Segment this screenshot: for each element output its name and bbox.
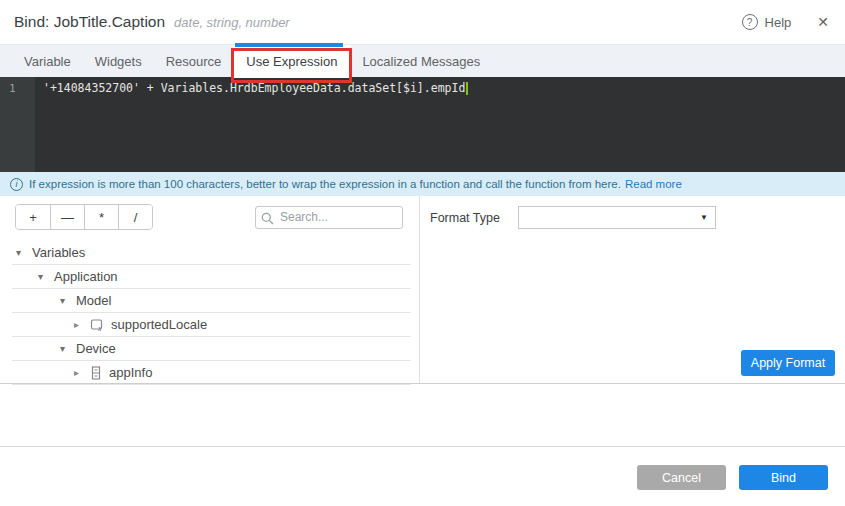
- tab-bar: Variable Widgets Resource Use Expression…: [0, 44, 845, 77]
- help-icon[interactable]: ?: [742, 14, 758, 30]
- tree-item-variables[interactable]: ▾ Variables: [12, 241, 411, 265]
- minus-operator-button[interactable]: —: [50, 205, 84, 229]
- dialog-footer: Cancel Bind: [0, 446, 845, 506]
- search-input[interactable]: [255, 206, 403, 229]
- tab-localized-messages[interactable]: Localized Messages: [350, 45, 492, 78]
- info-message: If expression is more than 100 character…: [29, 178, 621, 190]
- chevron-down-icon[interactable]: ▾: [60, 343, 76, 354]
- format-type-select[interactable]: ▼: [518, 206, 716, 229]
- chevron-down-icon[interactable]: ▾: [60, 295, 76, 306]
- help-button[interactable]: Help: [765, 15, 792, 30]
- search-box: [255, 206, 403, 229]
- empty-region: [0, 384, 845, 446]
- plus-operator-button[interactable]: +: [16, 205, 50, 229]
- dialog-title: Bind: JobTitle.Caption: [14, 13, 165, 31]
- tree-item-application[interactable]: ▾ Application: [12, 265, 411, 289]
- code-area[interactable]: '+14084352700' + Variables.HrdbEmployeeD…: [35, 77, 845, 172]
- bind-dialog: Bind: JobTitle.Caption date, string, num…: [0, 0, 845, 506]
- text-cursor: [466, 82, 468, 95]
- tab-use-expression-label: Use Expression: [246, 54, 337, 69]
- expression-toolbar: + — * /: [15, 204, 403, 230]
- divide-operator-button[interactable]: /: [118, 205, 152, 229]
- tree-item-appinfo[interactable]: ▸ appInfo: [12, 361, 411, 385]
- tab-resource[interactable]: Resource: [154, 45, 234, 78]
- bind-button[interactable]: Bind: [739, 465, 828, 490]
- tree-item-supportedlocale[interactable]: ▸ x supportedLocale: [12, 313, 411, 337]
- format-type-row: Format Type ▼: [430, 206, 845, 229]
- multiply-operator-button[interactable]: *: [84, 205, 118, 229]
- variables-tree: ▾ Variables ▾ Application ▾ Model ▸ x su…: [12, 241, 411, 385]
- tree-item-label: Application: [54, 269, 118, 284]
- tree-item-label: Variables: [32, 245, 85, 260]
- format-panel: Format Type ▼ Apply Format: [420, 196, 845, 383]
- search-icon: [261, 211, 274, 229]
- tree-item-label: appInfo: [109, 365, 152, 380]
- dialog-header: Bind: JobTitle.Caption date, string, num…: [0, 0, 845, 44]
- type-hint: date, string, number: [174, 15, 290, 30]
- info-banner: i If expression is more than 100 charact…: [0, 172, 845, 196]
- read-more-link[interactable]: Read more: [625, 178, 682, 190]
- apply-format-button[interactable]: Apply Format: [741, 350, 835, 376]
- main-region: + — * / ▾ Variables ▾: [0, 196, 845, 384]
- variables-panel: + — * / ▾ Variables ▾: [0, 196, 420, 383]
- object-icon: [90, 366, 102, 380]
- tab-variable[interactable]: Variable: [12, 45, 83, 78]
- tab-widgets[interactable]: Widgets: [83, 45, 154, 78]
- tree-item-label: Model: [76, 293, 111, 308]
- info-icon: i: [10, 178, 23, 191]
- tree-item-label: Device: [76, 341, 116, 356]
- chevron-right-icon[interactable]: ▸: [74, 367, 90, 378]
- active-tab-indicator: [235, 43, 343, 47]
- dropdown-arrow-icon: ▼: [700, 213, 708, 222]
- tree-item-device[interactable]: ▾ Device: [12, 337, 411, 361]
- chevron-right-icon[interactable]: ▸: [74, 319, 90, 330]
- chevron-down-icon[interactable]: ▾: [38, 271, 54, 282]
- format-type-label: Format Type: [430, 211, 500, 225]
- header-actions: ? Help ✕: [742, 14, 829, 30]
- chevron-down-icon[interactable]: ▾: [16, 247, 32, 258]
- tree-item-label: supportedLocale: [111, 317, 207, 332]
- tree-item-model[interactable]: ▾ Model: [12, 289, 411, 313]
- code-line: '+14084352700' + Variables.HrdbEmployeeD…: [43, 81, 465, 95]
- array-icon: x: [90, 318, 104, 332]
- close-icon[interactable]: ✕: [817, 15, 829, 29]
- cancel-button[interactable]: Cancel: [637, 465, 726, 490]
- line-number: 1: [9, 82, 16, 95]
- svg-text:x: x: [97, 324, 102, 332]
- expression-editor[interactable]: 1 '+14084352700' + Variables.HrdbEmploye…: [0, 77, 845, 172]
- tab-use-expression[interactable]: Use Expression: [233, 45, 350, 78]
- operator-group: + — * /: [15, 204, 153, 230]
- editor-gutter: 1: [0, 77, 35, 172]
